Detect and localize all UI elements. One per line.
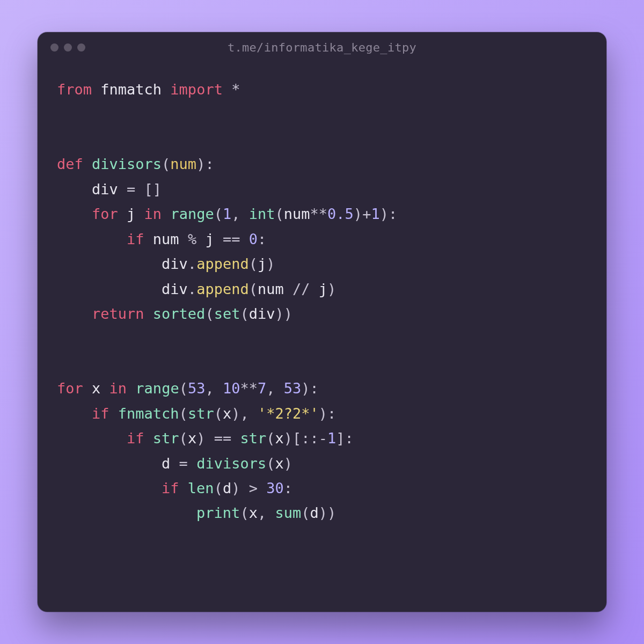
code-token: div xyxy=(162,281,188,297)
code-token: j xyxy=(258,255,266,272)
code-token: return xyxy=(92,305,144,322)
code-token: ** xyxy=(310,206,328,222)
code-token: ( xyxy=(179,405,188,422)
code-token: 53 xyxy=(284,380,302,397)
code-token: num xyxy=(284,206,310,222)
titlebar: t.me/informatika_kege_itpy xyxy=(38,32,606,62)
code-token xyxy=(118,206,127,222)
code-token xyxy=(170,455,179,472)
code-token: divisors xyxy=(196,455,266,472)
code-token xyxy=(162,206,170,222)
code-token xyxy=(83,380,92,397)
code-token: range xyxy=(170,206,214,222)
code-token: str xyxy=(153,430,179,447)
code-token: ( xyxy=(179,380,188,397)
code-token: : xyxy=(310,380,319,397)
code-token: 0.5 xyxy=(327,206,354,222)
code-token: [ xyxy=(292,430,301,447)
code-token: == xyxy=(214,430,232,447)
code-token: ) xyxy=(196,156,205,172)
code-token xyxy=(240,206,248,222)
code-token: ( xyxy=(179,430,188,447)
code-token: ( xyxy=(275,206,284,222)
code-block: from fnmatch import * def divisors(num):… xyxy=(57,77,587,526)
code-token: ) xyxy=(301,380,310,397)
code-token: 10 xyxy=(223,380,240,397)
code-token xyxy=(214,380,223,397)
code-token: num xyxy=(258,281,284,297)
code-token xyxy=(240,480,248,496)
window-title: t.me/informatika_kege_itpy xyxy=(38,41,606,54)
code-token: x xyxy=(223,405,231,422)
code-token: ( xyxy=(249,255,258,272)
code-token: ] xyxy=(336,430,345,447)
code-token xyxy=(57,206,92,222)
code-token: num xyxy=(170,156,196,172)
code-token: : xyxy=(345,430,354,447)
code-token: ) xyxy=(231,405,240,422)
code-token: , xyxy=(266,380,275,397)
code-token xyxy=(135,206,144,222)
code-token: ) xyxy=(275,305,283,322)
code-token: int xyxy=(249,206,275,222)
code-token: divisors xyxy=(92,156,162,172)
code-token: fnmatch xyxy=(100,81,162,98)
code-token xyxy=(57,480,162,496)
code-token: ( xyxy=(214,405,223,422)
code-token: ) xyxy=(380,206,389,222)
code-token: 1 xyxy=(223,206,231,222)
code-token: div xyxy=(249,305,275,322)
code-token xyxy=(135,181,144,197)
code-token: ( xyxy=(240,504,248,521)
code-token: == xyxy=(223,231,240,247)
code-token: import xyxy=(170,81,223,98)
code-token xyxy=(249,405,258,422)
code-token xyxy=(179,231,188,247)
code-token xyxy=(100,380,109,397)
code-token xyxy=(258,480,266,496)
code-token: ) xyxy=(319,405,327,422)
code-token: in xyxy=(109,380,127,397)
code-token: ) xyxy=(327,504,336,521)
code-token: : xyxy=(389,206,397,222)
code-token: ) xyxy=(327,281,336,297)
code-token xyxy=(275,380,284,397)
code-token xyxy=(196,231,205,247)
code-token: : xyxy=(284,480,292,496)
code-token: '*2?2*' xyxy=(258,405,319,422)
code-token: str xyxy=(240,430,266,447)
code-token xyxy=(223,81,231,98)
code-token: if xyxy=(127,430,144,447)
code-token: len xyxy=(188,480,214,496)
code-token: range xyxy=(135,380,179,397)
code-token: 30 xyxy=(266,480,284,496)
code-token: from xyxy=(57,81,92,98)
code-token: + xyxy=(362,206,371,222)
code-token: ( xyxy=(240,305,248,322)
code-token xyxy=(83,156,92,172)
code-token: d xyxy=(310,504,318,521)
code-token: ( xyxy=(266,430,275,447)
code-token: x xyxy=(275,455,283,472)
code-token xyxy=(118,181,127,197)
code-token: ( xyxy=(162,156,170,172)
code-token xyxy=(144,231,153,247)
code-token: j xyxy=(319,281,327,297)
code-token xyxy=(57,305,92,322)
code-token: div xyxy=(162,255,188,272)
code-token: , xyxy=(240,405,248,422)
code-token: 53 xyxy=(188,380,206,397)
code-token: ) xyxy=(319,504,327,521)
code-token: x xyxy=(188,430,196,447)
code-token: 1 xyxy=(327,430,336,447)
code-token: ( xyxy=(214,206,223,222)
code-token: if xyxy=(162,480,179,496)
code-token: append xyxy=(196,255,249,272)
code-token: sum xyxy=(275,504,301,521)
code-token: . xyxy=(188,281,196,297)
code-token: print xyxy=(196,504,240,521)
code-token: set xyxy=(214,305,240,322)
code-token xyxy=(231,430,240,447)
code-token: append xyxy=(196,281,249,297)
code-token: if xyxy=(92,405,109,422)
